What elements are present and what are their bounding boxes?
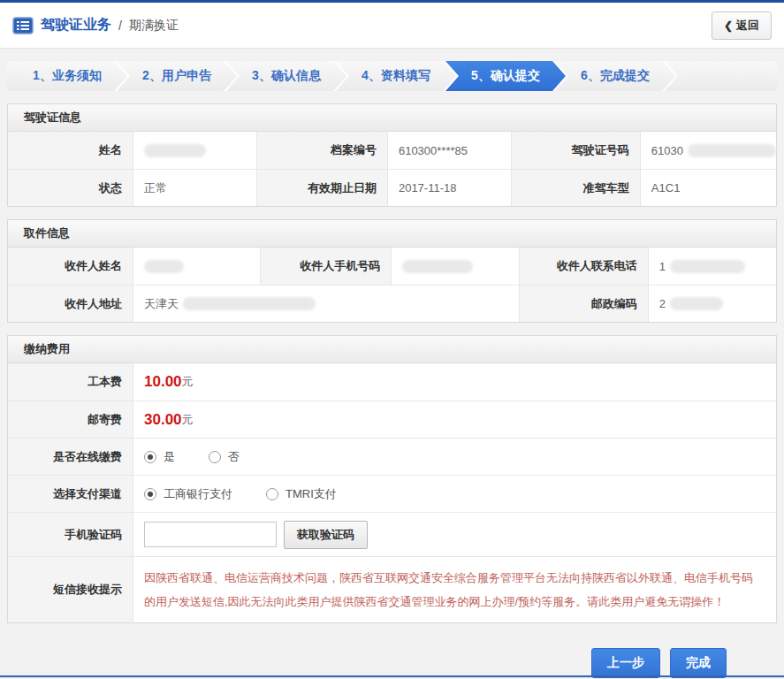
finish-button[interactable]: 完成 (670, 648, 727, 678)
file-no-label: 档案编号 (257, 132, 388, 169)
redacted-value (670, 260, 745, 273)
status-value: 正常 (133, 169, 257, 206)
redacted-value (183, 297, 316, 310)
recipient-name-value (133, 248, 261, 285)
sms-tip-text: 因陕西省联通、电信运营商技术问题，陕西省互联网交通安全综合服务管理平台无法向持陕… (133, 557, 776, 622)
get-code-button[interactable]: 获取验证码 (284, 521, 368, 549)
mail-fee-amount: 30.00 (144, 411, 182, 429)
status-label: 状态 (8, 169, 133, 206)
page-title: 驾驶证业务 (41, 16, 111, 34)
license-info-table: 姓名 档案编号 610300****85 驾驶证号码 61030 状态 正常 有… (8, 132, 776, 206)
redacted-value (688, 144, 776, 157)
redacted-value (402, 260, 473, 273)
option-label: 工商银行支付 (164, 486, 232, 502)
breadcrumb-separator: / (118, 19, 122, 33)
tabbar-filler (665, 61, 777, 91)
tab-step-1[interactable]: 1、业务须知 (7, 61, 127, 91)
sms-tip-label: 短信接收提示 (8, 556, 133, 622)
option-label: 是 (164, 449, 175, 465)
payment-card: 缴纳费用 工本费 10.00元 邮寄费 30.00元 是否在线缴费 是 否 选择… (7, 335, 777, 623)
tab-step-6[interactable]: 6、完成提交 (555, 61, 675, 91)
redacted-value (670, 297, 723, 310)
online-pay-label: 是否在线缴费 (8, 438, 133, 475)
tab-step-4[interactable]: 4、资料填写 (336, 61, 456, 91)
sms-tip-row: 因陕西省联通、电信运营商技术问题，陕西省互联网交通安全综合服务管理平台无法向持陕… (133, 556, 776, 622)
sms-code-input[interactable] (144, 522, 277, 547)
payment-table: 工本费 10.00元 邮寄费 30.00元 是否在线缴费 是 否 选择支付渠道 … (8, 363, 776, 622)
work-fee-value: 10.00元 (133, 363, 776, 401)
pickup-section-title: 取件信息 (8, 220, 776, 248)
list-icon (12, 17, 34, 34)
license-section-title: 驾驶证信息 (8, 104, 776, 132)
channel-option-tmri[interactable]: TMRI支付 (266, 486, 337, 502)
recipient-address-label: 收件人地址 (8, 285, 133, 322)
chevron-left-icon: ❮ (724, 19, 733, 32)
redacted-value (144, 260, 184, 273)
mail-fee-label: 邮寄费 (8, 401, 133, 438)
online-pay-option-no[interactable]: 否 (209, 449, 240, 465)
pickup-info-card: 取件信息 收件人姓名 收件人手机号码 收件人联系电话 1 收件人地址 天津天 邮… (7, 219, 777, 323)
footer-actions: 上一步 完成 (0, 648, 784, 678)
file-no-value: 610300****85 (388, 132, 512, 169)
previous-step-button[interactable]: 上一步 (591, 648, 660, 678)
vehicle-type-label: 准驾车型 (512, 169, 641, 206)
license-no-value: 61030 (641, 132, 776, 169)
channel-label: 选择支付渠道 (8, 475, 133, 512)
work-fee-label: 工本费 (8, 363, 133, 401)
phone-visible: 1 (659, 260, 666, 273)
address-visible: 天津天 (144, 296, 179, 312)
channel-option-icbc[interactable]: 工商银行支付 (144, 486, 232, 502)
work-fee-amount: 10.00 (144, 373, 182, 391)
license-no-label: 驾驶证号码 (512, 132, 641, 169)
recipient-name-label: 收件人姓名 (8, 248, 133, 285)
payment-section-title: 缴纳费用 (8, 336, 776, 363)
name-label: 姓名 (8, 132, 133, 169)
recipient-phone-label: 收件人联系电话 (520, 248, 649, 285)
radio-unchecked-icon[interactable] (266, 488, 278, 500)
step-tabs: 1、业务须知 2、用户申告 3、确认信息 4、资料填写 5、确认提交 6、完成提… (7, 61, 777, 91)
page-subtitle: 期满换证 (129, 18, 179, 34)
recipient-phone-value: 1 (649, 248, 776, 285)
license-info-card: 驾驶证信息 姓名 档案编号 610300****85 驾驶证号码 61030 状… (7, 103, 777, 207)
postal-code-value: 2 (649, 285, 776, 322)
back-button-label: 返回 (736, 18, 759, 34)
tab-step-5-active[interactable]: 5、确认提交 (445, 61, 566, 91)
tab-step-3[interactable]: 3、确认信息 (226, 61, 346, 91)
page-header: 驾驶证业务 / 期满换证 ❮ 返回 (0, 3, 784, 49)
fee-unit: 元 (182, 412, 194, 428)
option-label: TMRI支付 (285, 486, 337, 502)
sms-code-label: 手机验证码 (8, 512, 133, 556)
online-pay-options: 是 否 (133, 438, 776, 475)
valid-until-label: 有效期止日期 (257, 169, 388, 206)
postal-code-label: 邮政编码 (520, 285, 649, 322)
online-pay-option-yes[interactable]: 是 (144, 449, 175, 465)
redacted-value (144, 144, 206, 157)
recipient-mobile-label: 收件人手机号码 (261, 248, 392, 285)
radio-unchecked-icon[interactable] (209, 451, 221, 463)
bottom-accent-bar (0, 675, 784, 677)
recipient-address-value: 天津天 (133, 285, 520, 322)
radio-checked-icon[interactable] (144, 488, 156, 500)
channel-options: 工商银行支付 TMRI支付 (133, 475, 776, 512)
mail-fee-value: 30.00元 (133, 401, 776, 438)
valid-until-value: 2017-11-18 (388, 169, 512, 206)
vehicle-type-value: A1C1 (641, 169, 776, 206)
tab-step-2[interactable]: 2、用户申告 (117, 61, 237, 91)
fee-unit: 元 (182, 374, 194, 390)
license-no-visible: 61030 (651, 144, 683, 157)
name-value (133, 132, 257, 169)
breadcrumb: 驾驶证业务 / 期满换证 (12, 16, 179, 34)
radio-checked-icon[interactable] (144, 451, 156, 463)
back-button[interactable]: ❮ 返回 (712, 11, 772, 40)
option-label: 否 (228, 449, 240, 465)
pickup-info-table: 收件人姓名 收件人手机号码 收件人联系电话 1 收件人地址 天津天 邮政编码 2 (8, 248, 776, 322)
sms-code-row: 获取验证码 (133, 512, 776, 556)
postal-visible: 2 (659, 297, 666, 310)
recipient-mobile-value (392, 248, 519, 285)
